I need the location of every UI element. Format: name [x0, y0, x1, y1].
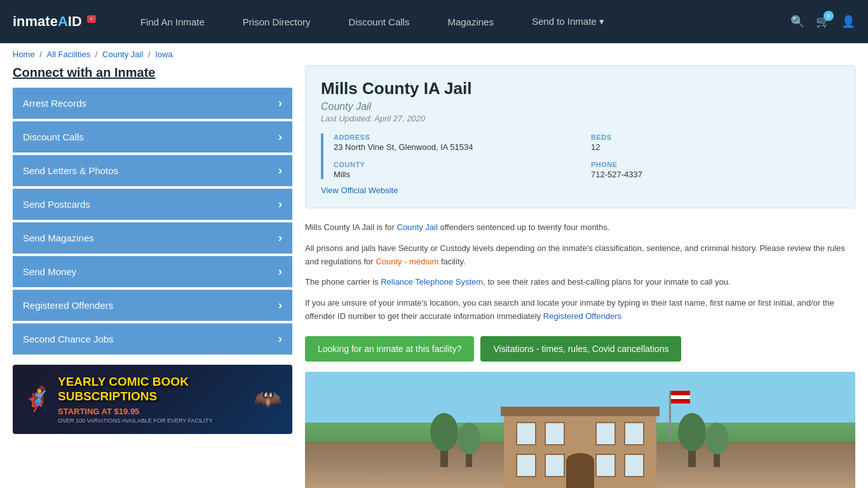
phone-value: 712-527-4337: [591, 170, 839, 179]
facility-description: Mills County IA Jail is for County Jail …: [305, 221, 855, 323]
nav-find-inmate[interactable]: Find An Inmate: [121, 0, 224, 43]
breadcrumb-iowa[interactable]: Iowa: [155, 50, 172, 59]
svg-point-20: [566, 453, 594, 468]
sidebar-item-label: Send Letters & Photos: [23, 165, 118, 176]
breadcrumb-sep1: /: [39, 50, 44, 59]
chevron-right-icon: ›: [278, 164, 282, 177]
nav-links: Find An Inmate Prison Directory Discount…: [121, 0, 790, 43]
visitation-button[interactable]: Visitations - times, rules, Covid cancel…: [480, 336, 681, 362]
chevron-right-icon: ›: [278, 299, 282, 312]
desc-para1: Mills County IA Jail is for County Jail …: [305, 221, 855, 234]
county-jail-link[interactable]: County Jail: [397, 222, 438, 232]
sidebar: Connect with an Inmate Arrest Records › …: [13, 65, 292, 488]
beds-label: BEDS: [591, 133, 839, 141]
desc-para4: If you are unsure of your inmate's locat…: [305, 297, 855, 323]
svg-rect-17: [596, 454, 615, 477]
ad-note: OVER 100 VARIATIONS AVAILABLE FOR EVERY …: [58, 417, 247, 424]
find-inmate-button[interactable]: Looking for an inmate at this facility?: [305, 336, 474, 362]
breadcrumb: Home / All Facilities / County Jail / Io…: [0, 43, 868, 65]
sidebar-item-label: Discount Calls: [23, 132, 84, 142]
facility-image: [305, 372, 855, 488]
official-website-link[interactable]: View Official Website: [321, 186, 839, 195]
svg-rect-26: [671, 399, 690, 403]
facility-type: County Jail: [321, 101, 839, 112]
sidebar-item-send-letters[interactable]: Send Letters & Photos ›: [13, 155, 292, 186]
sidebar-item-send-magazines[interactable]: Send Magazines ›: [13, 222, 292, 254]
main-container: Connect with an Inmate Arrest Records › …: [0, 65, 868, 488]
logo[interactable]: inmateAID ✦: [13, 13, 96, 30]
sidebar-item-label: Send Magazines: [23, 233, 94, 243]
sidebar-item-label: Send Postcards: [23, 199, 90, 210]
phone-label: PHONE: [591, 161, 839, 168]
address-value: 23 North Vine St, Glenwood, IA 51534: [334, 142, 582, 152]
nav-discount-calls[interactable]: Discount Calls: [330, 0, 429, 43]
phone-carrier-link[interactable]: Reliance Telephone System: [381, 277, 483, 287]
svg-rect-24: [671, 391, 690, 395]
sidebar-item-discount-calls[interactable]: Discount Calls ›: [13, 121, 292, 152]
action-buttons: Looking for an inmate at this facility? …: [305, 336, 855, 362]
svg-rect-14: [625, 423, 644, 445]
ad-price: STARTING AT $19.95: [58, 407, 247, 416]
svg-point-6: [678, 413, 706, 451]
breadcrumb-county-jail[interactable]: County Jail: [102, 50, 143, 59]
svg-rect-22: [669, 391, 671, 442]
logo-badge: ✦: [87, 15, 96, 23]
svg-rect-12: [545, 423, 564, 445]
sidebar-item-registered-offenders[interactable]: Registered Offenders ›: [13, 290, 292, 321]
sidebar-item-send-postcards[interactable]: Send Postcards ›: [13, 189, 292, 220]
county-label: COUNTY: [334, 161, 582, 168]
search-icon[interactable]: 🔍: [790, 15, 804, 29]
navigation: inmateAID ✦ Find An Inmate Prison Direct…: [0, 0, 868, 43]
beds-value: 12: [591, 142, 839, 152]
logo-text: inmateAID ✦: [13, 13, 96, 30]
sidebar-item-send-money[interactable]: Send Money ›: [13, 256, 292, 287]
ad-banner[interactable]: 🦸 YEARLY COMIC BOOK SUBSCRIPTIONS STARTI…: [13, 365, 292, 434]
breadcrumb-all-facilities[interactable]: All Facilities: [47, 50, 91, 59]
nav-prison-directory[interactable]: Prison Directory: [224, 0, 330, 43]
svg-rect-16: [545, 454, 564, 477]
sidebar-item-label: Arrest Records: [23, 98, 86, 109]
sidebar-item-label: Second Chance Jobs: [23, 334, 114, 344]
county-value: Mills: [334, 170, 582, 179]
breadcrumb-sep2: /: [95, 50, 100, 59]
desc-para2: All prisons and jails have Security or C…: [305, 242, 855, 269]
connect-title: Connect with an Inmate: [13, 65, 292, 80]
facility-info: ADDRESS 23 North Vine St, Glenwood, IA 5…: [321, 133, 839, 179]
svg-rect-18: [625, 454, 644, 477]
user-icon[interactable]: 👤: [841, 15, 855, 29]
nav-icons: 🔍 🛒 0 👤: [790, 15, 855, 29]
building-illustration: [421, 384, 739, 488]
chevron-right-icon: ›: [278, 97, 282, 110]
svg-rect-25: [671, 395, 690, 399]
info-county: COUNTY Mills: [334, 161, 582, 179]
nav-magazines[interactable]: Magazines: [428, 0, 513, 43]
ad-title: YEARLY COMIC BOOK SUBSCRIPTIONS: [58, 375, 247, 404]
registered-offenders-link[interactable]: Registered Offenders: [543, 311, 621, 321]
breadcrumb-home[interactable]: Home: [13, 50, 35, 59]
chevron-right-icon: ›: [278, 130, 282, 144]
info-phone: PHONE 712-527-4337: [591, 161, 839, 179]
sidebar-item-second-chance-jobs[interactable]: Second Chance Jobs ›: [13, 323, 292, 355]
cart-badge: 0: [824, 11, 834, 21]
svg-rect-11: [517, 423, 536, 445]
info-beds: BEDS 12: [591, 133, 839, 152]
content-area: Mills County IA Jail County Jail Last Up…: [305, 65, 855, 488]
nav-send-to-inmate[interactable]: Send to Inmate ▾: [513, 0, 623, 43]
svg-rect-13: [596, 423, 615, 445]
svg-point-2: [430, 413, 458, 451]
chevron-right-icon: ›: [278, 198, 282, 211]
facility-card: Mills County IA Jail County Jail Last Up…: [305, 65, 855, 208]
svg-rect-15: [517, 454, 536, 477]
chevron-right-icon: ›: [278, 332, 282, 346]
desc-para3: The phone carrier is Reliance Telephone …: [305, 276, 855, 289]
facility-updated: Last Updated: April 27, 2020: [321, 114, 839, 123]
cart-icon[interactable]: 🛒 0: [816, 15, 830, 29]
sidebar-menu: Arrest Records › Discount Calls › Send L…: [13, 88, 292, 355]
sidebar-item-label: Registered Offenders: [23, 300, 113, 311]
sidebar-item-label: Send Money: [23, 266, 76, 277]
chevron-right-icon: ›: [278, 231, 282, 245]
info-address: ADDRESS 23 North Vine St, Glenwood, IA 5…: [334, 133, 582, 152]
sidebar-item-arrest-records[interactable]: Arrest Records ›: [13, 88, 292, 119]
county-medium-link[interactable]: County - medium: [376, 257, 438, 266]
breadcrumb-sep3: /: [148, 50, 153, 59]
